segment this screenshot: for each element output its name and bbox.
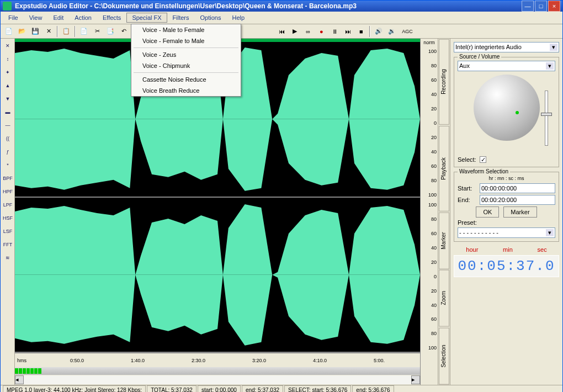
scroll-right-button[interactable]: ▸	[411, 375, 420, 384]
close-file-button[interactable]: ✕	[43, 25, 55, 38]
tool-▼[interactable]: ▼	[2, 93, 14, 105]
stop-button[interactable]: ■	[355, 25, 367, 38]
play-button[interactable]: ▶	[289, 25, 301, 38]
tab-zoom[interactable]: Zoom	[439, 270, 449, 327]
volume-slider[interactable]	[541, 91, 552, 151]
chevron-down-icon: ▾	[546, 229, 554, 236]
tool-▲[interactable]: ▲	[2, 80, 14, 92]
menu-item-cassette-noise-reduce[interactable]: Cassette Noise Reduce	[131, 74, 241, 85]
copy2-button[interactable]: 📑	[104, 25, 116, 38]
tab-selection[interactable]: Selection	[439, 328, 449, 385]
scroll-left-button[interactable]: ◂	[15, 375, 24, 384]
start-input[interactable]: 00:00:00:000	[480, 183, 555, 193]
horizontal-scrollbar[interactable]: ◂ ▸	[15, 375, 420, 385]
tool-hpf[interactable]: HPF	[2, 186, 14, 198]
time-tick: 1:40.0	[131, 358, 145, 363]
end-input[interactable]: 00:00:20:000	[480, 195, 555, 205]
select-checkbox[interactable]: ✓	[480, 156, 486, 163]
menu-item-voice-breath-reduce[interactable]: Voice Breath Reduce	[131, 85, 241, 96]
time-tick: 4:10.0	[313, 358, 327, 363]
tool-—[interactable]: —	[2, 119, 14, 131]
paste-button[interactable]: 📄	[78, 25, 90, 38]
menu-help[interactable]: Help	[226, 13, 250, 23]
tool-hsf[interactable]: HSF	[2, 212, 14, 224]
agc-button[interactable]: AGC	[399, 25, 416, 38]
speaker-up-icon[interactable]: 🔊	[373, 25, 385, 38]
ok-button[interactable]: OK	[476, 206, 499, 218]
special-fx-dropdown: Voice - Male to FemaleVoice - Female to …	[131, 24, 241, 97]
device-combo[interactable]: Intel(r) integriertes Audio ▾	[454, 42, 559, 52]
tool-lpf[interactable]: LPF	[2, 199, 14, 211]
maximize-button[interactable]: □	[535, 1, 547, 12]
tool-✦[interactable]: ✦	[2, 66, 14, 78]
tool-lsf[interactable]: LSF	[2, 225, 14, 237]
window-title: Expstudio Audio Editor - C:\Dokumente un…	[15, 2, 520, 10]
menu-special-fx[interactable]: Special FX	[126, 13, 167, 23]
menu-edit[interactable]: Edit	[47, 13, 69, 23]
menu-view[interactable]: View	[24, 13, 48, 23]
menubar: FileViewEditActionEffectsSpecial FXFilte…	[1, 12, 562, 24]
source-volume-group: Source / Volume Aux ▾ Select: ✓	[454, 57, 559, 167]
copy-button[interactable]: 📋	[60, 25, 72, 38]
menu-item-voice-male-to-female[interactable]: Voice - Male to Female	[131, 24, 241, 35]
source-combo[interactable]: Aux ▾	[458, 61, 555, 71]
waveform-selection-group: Waveform Selection hr : mn : sc : ms Sta…	[454, 172, 559, 242]
ruler-tick: 0	[421, 120, 438, 126]
pause-button[interactable]: ⏸	[328, 25, 341, 38]
tool-fft[interactable]: FFT	[2, 239, 14, 251]
select-label: Select:	[458, 156, 477, 163]
menu-separator	[134, 72, 238, 73]
speaker-icon[interactable]: 🔉	[386, 25, 398, 38]
ruler-tick: 60	[421, 316, 438, 322]
ruler-tick: 20	[421, 135, 438, 140]
time-clock: hour min sec 00:05:37.0	[454, 246, 559, 277]
clock-display: 00:05:37.0	[454, 255, 559, 277]
menu-file[interactable]: File	[3, 13, 24, 23]
device-value: Intel(r) integriertes Audio	[455, 44, 550, 51]
open-button[interactable]: 📂	[16, 25, 28, 38]
status-sel-end: end: 5:36.676	[352, 385, 394, 392]
menu-item-voice-zeus[interactable]: Voice - Zeus	[131, 49, 241, 60]
menu-filters[interactable]: Filters	[167, 13, 195, 23]
tool-(([interactable]: ((	[2, 133, 14, 145]
save-button[interactable]: 💾	[29, 25, 41, 38]
undo-button[interactable]: ↶	[118, 25, 130, 38]
status-total: TOTAL: 5:37.032	[147, 385, 196, 392]
tool-↕[interactable]: ↕	[2, 53, 14, 65]
tab-recording[interactable]: Recording	[439, 39, 449, 125]
tool-≋[interactable]: ≋	[2, 252, 14, 264]
tab-marker[interactable]: Marker	[439, 213, 449, 269]
new-button[interactable]: 📄	[3, 25, 15, 38]
time-tick: 0:50.0	[70, 358, 84, 363]
menu-item-voice-female-to-male[interactable]: Voice - Female to Male	[131, 35, 241, 46]
waveform-right-channel[interactable]	[15, 198, 420, 353]
record-button[interactable]: ●	[315, 25, 327, 38]
waveform-selection-legend: Waveform Selection	[458, 168, 510, 174]
menu-item-voice-chipmunk[interactable]: Voice - Chipmunk	[131, 60, 241, 71]
tool-✕[interactable]: ✕	[2, 40, 14, 52]
ruler-tick: 60	[421, 163, 438, 169]
chevron-down-icon: ▾	[546, 62, 554, 70]
menu-options[interactable]: Options	[195, 13, 227, 23]
tool-ƒ[interactable]: ƒ	[2, 146, 14, 158]
titlebar: Expstudio Audio Editor - C:\Dokumente un…	[1, 1, 562, 12]
marker-button[interactable]: Marker	[503, 206, 537, 218]
ruler-tick: 100	[421, 345, 438, 351]
volume-knob[interactable]	[474, 75, 540, 141]
menu-action[interactable]: Action	[69, 13, 97, 23]
close-button[interactable]: ×	[548, 1, 560, 12]
cut-button[interactable]: ✂	[91, 25, 103, 38]
minimize-button[interactable]: —	[522, 1, 534, 12]
preset-combo[interactable]: - - - - - - - - - - - ▾	[458, 227, 555, 238]
tool-*[interactable]: *	[2, 159, 14, 171]
play-start-button[interactable]: ⏮	[275, 25, 288, 38]
menu-effects[interactable]: Effects	[97, 13, 126, 23]
step-button[interactable]: ⏭	[342, 25, 354, 38]
loop-button[interactable]: ∞	[302, 25, 314, 38]
ruler-tick: 0	[421, 274, 438, 279]
clock-min-label: min	[503, 246, 513, 253]
status-start: start: 0:00.000	[198, 385, 241, 392]
tool-▬[interactable]: ▬	[2, 106, 14, 118]
tab-playback[interactable]: Playback	[439, 126, 449, 211]
tool-bpf[interactable]: BPF	[2, 172, 14, 184]
